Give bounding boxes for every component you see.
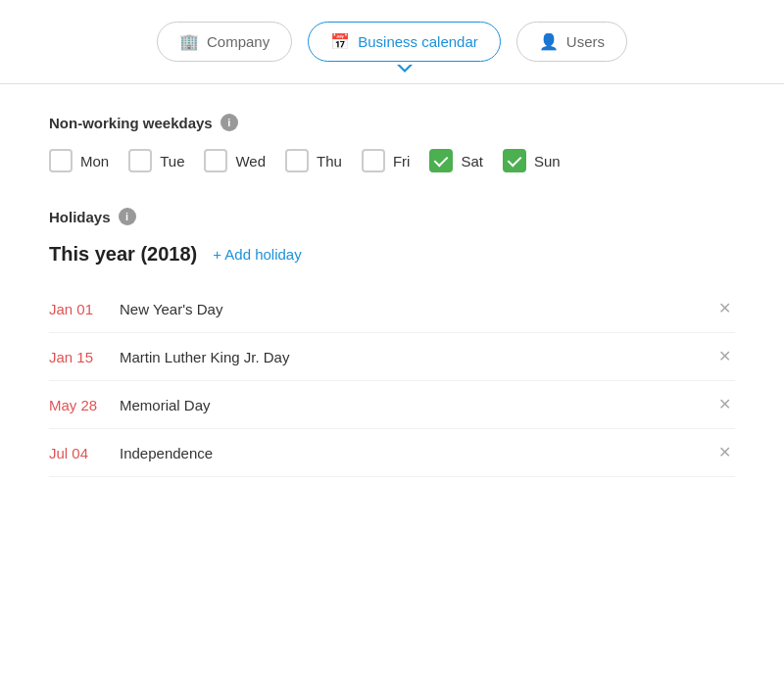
- holiday-item: Jan 15 Martin Luther King Jr. Day ✕: [49, 333, 735, 381]
- weekdays-row: Mon Tue Wed Thu Fri Sat Sun: [49, 149, 735, 172]
- tab-users[interactable]: 👤 Users: [516, 22, 627, 62]
- weekday-tue: Tue: [128, 149, 184, 172]
- label-sat: Sat: [461, 153, 483, 170]
- holiday-item: May 28 Memorial Day ✕: [49, 381, 735, 429]
- holiday-date: Jan 15: [49, 349, 106, 365]
- remove-holiday-button[interactable]: ✕: [714, 443, 735, 462]
- label-thu: Thu: [317, 153, 342, 170]
- label-wed: Wed: [235, 153, 266, 170]
- holidays-info-icon[interactable]: i: [119, 208, 136, 225]
- tab-company-label: Company: [207, 33, 270, 50]
- checkbox-wed[interactable]: [204, 149, 227, 172]
- holiday-name: Memorial Day: [120, 397, 701, 413]
- weekdays-section-header: Non-working weekdays i: [49, 114, 735, 131]
- label-sun: Sun: [534, 153, 561, 170]
- holidays-title: Holidays: [49, 209, 111, 225]
- weekday-sat: Sat: [429, 149, 483, 172]
- weekdays-info-icon[interactable]: i: [220, 114, 238, 131]
- checkbox-thu[interactable]: [285, 149, 309, 172]
- calendar-icon: 📅: [330, 32, 350, 51]
- weekday-thu: Thu: [285, 149, 342, 172]
- weekday-fri: Fri: [362, 149, 411, 172]
- holiday-date: Jan 01: [49, 301, 106, 317]
- holiday-name: New Year's Day: [120, 301, 701, 317]
- checkbox-fri[interactable]: [362, 149, 385, 172]
- holiday-name: Independence: [120, 445, 701, 461]
- weekday-sun: Sun: [503, 149, 561, 172]
- year-header: This year (2018) + Add holiday: [49, 243, 735, 266]
- add-holiday-button[interactable]: + Add holiday: [213, 246, 302, 263]
- company-icon: 🏢: [179, 32, 199, 51]
- remove-holiday-button[interactable]: ✕: [714, 395, 735, 414]
- holiday-item: Jan 01 New Year's Day ✕: [49, 285, 735, 333]
- remove-holiday-button[interactable]: ✕: [714, 299, 735, 318]
- weekday-wed: Wed: [204, 149, 266, 172]
- holidays-section: Holidays i This year (2018) + Add holida…: [49, 208, 735, 477]
- holiday-date: May 28: [49, 397, 106, 413]
- holiday-list: Jan 01 New Year's Day ✕ Jan 15 Martin Lu…: [49, 285, 735, 477]
- year-title: This year (2018): [49, 243, 197, 266]
- checkbox-tue[interactable]: [128, 149, 152, 172]
- tab-business-calendar-label: Business calendar: [358, 33, 478, 50]
- holiday-name: Martin Luther King Jr. Day: [120, 349, 701, 365]
- users-icon: 👤: [539, 32, 559, 51]
- main-content: Non-working weekdays i Mon Tue Wed Thu F…: [0, 84, 784, 507]
- weekdays-title: Non-working weekdays: [49, 115, 213, 131]
- checkbox-mon[interactable]: [49, 149, 73, 172]
- holiday-date: Jul 04: [49, 445, 106, 461]
- checkbox-sun[interactable]: [503, 149, 526, 172]
- tab-company[interactable]: 🏢 Company: [157, 22, 292, 62]
- tab-users-label: Users: [566, 33, 605, 50]
- remove-holiday-button[interactable]: ✕: [714, 347, 735, 366]
- label-fri: Fri: [393, 153, 411, 170]
- weekday-mon: Mon: [49, 149, 109, 172]
- holiday-item: Jul 04 Independence ✕: [49, 429, 735, 477]
- label-mon: Mon: [80, 153, 109, 170]
- label-tue: Tue: [160, 153, 184, 170]
- tab-business-calendar[interactable]: 📅 Business calendar: [308, 22, 501, 62]
- holidays-section-header: Holidays i: [49, 208, 735, 225]
- checkbox-sat[interactable]: [429, 149, 453, 172]
- nav-tabs: 🏢 Company 📅 Business calendar 👤 Users: [0, 0, 784, 84]
